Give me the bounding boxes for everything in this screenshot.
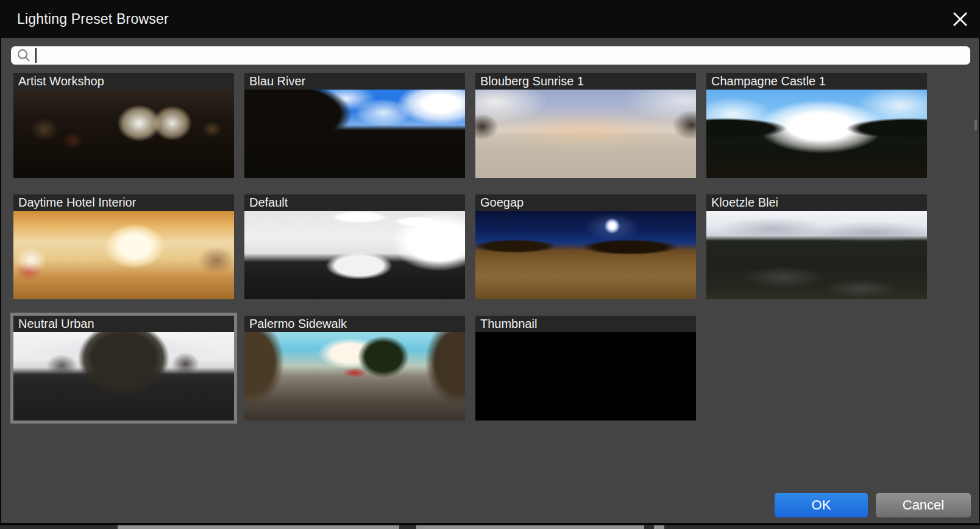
scrollbar-thumb[interactable] — [975, 119, 977, 130]
preset-tile-black[interactable]: Thumbnail — [475, 316, 696, 421]
lighting-preset-browser-dialog: Lighting Preset Browser Artist Workshop … — [0, 0, 980, 525]
dialog-title: Lighting Preset Browser — [0, 11, 169, 27]
preset-label: Daytime Hotel Interior — [13, 194, 234, 211]
preset-thumbnail-image — [475, 90, 696, 178]
close-button[interactable] — [948, 7, 971, 30]
preset-thumbnail-image — [13, 211, 234, 299]
preset-label: Palermo Sidewalk — [244, 316, 465, 332]
search-bar — [11, 46, 970, 65]
preset-label: Artist Workshop — [13, 73, 234, 90]
preset-tile-daytime-hotel[interactable]: Daytime Hotel Interior — [13, 194, 234, 299]
preset-label: Thumbnail — [475, 316, 696, 332]
background-panel-edge — [416, 525, 644, 529]
dialog-titlebar: Lighting Preset Browser — [0, 0, 980, 38]
preset-label: Goegap — [475, 194, 696, 211]
search-input[interactable] — [37, 46, 970, 65]
preset-tile-goegap[interactable]: Goegap — [475, 194, 696, 299]
preset-label: Champagne Castle 1 — [706, 73, 927, 90]
preset-label: Blouberg Sunrise 1 — [475, 73, 696, 90]
preset-thumbnail-image — [13, 332, 234, 421]
preset-tile-blouberg-sunrise[interactable]: Blouberg Sunrise 1 — [475, 73, 696, 178]
background-panel-edge — [118, 525, 399, 529]
preset-label: Default — [244, 194, 465, 211]
preset-tile-default-studio[interactable]: Default — [244, 194, 465, 299]
cancel-button[interactable]: Cancel — [876, 493, 971, 517]
close-icon — [952, 11, 968, 27]
preset-thumbnail-image — [13, 90, 234, 178]
preset-tile-neutral-urban[interactable]: Neutral Urban — [13, 316, 234, 421]
preset-grid: Artist Workshop Blau River Blouberg Sunr… — [1, 73, 980, 421]
dialog-footer: OK Cancel — [775, 493, 971, 517]
preset-tile-blau-river[interactable]: Blau River — [244, 73, 465, 178]
background-app-edge — [0, 525, 980, 529]
preset-tile-artist-workshop[interactable]: Artist Workshop — [13, 73, 234, 178]
preset-thumbnail-image — [244, 211, 465, 299]
preset-tile-palermo-sidewalk[interactable]: Palermo Sidewalk — [244, 316, 465, 421]
ok-button[interactable]: OK — [775, 493, 868, 517]
preset-thumbnail-image — [475, 211, 696, 299]
preset-thumbnail-image — [244, 332, 465, 421]
preset-tile-champagne-castle[interactable]: Champagne Castle 1 — [706, 73, 927, 178]
preset-thumbnail-image — [706, 90, 927, 178]
preset-label: Kloetzle Blei — [706, 194, 927, 211]
preset-tile-kloetzle-blei[interactable]: Kloetzle Blei — [706, 194, 927, 299]
background-panel-edge — [654, 525, 664, 529]
preset-thumbnail-image — [706, 211, 927, 299]
preset-label: Neutral Urban — [13, 316, 234, 332]
preset-thumbnail-image — [475, 332, 696, 421]
preset-thumbnail-image — [244, 90, 465, 178]
search-icon — [16, 48, 31, 63]
preset-label: Blau River — [244, 73, 465, 90]
